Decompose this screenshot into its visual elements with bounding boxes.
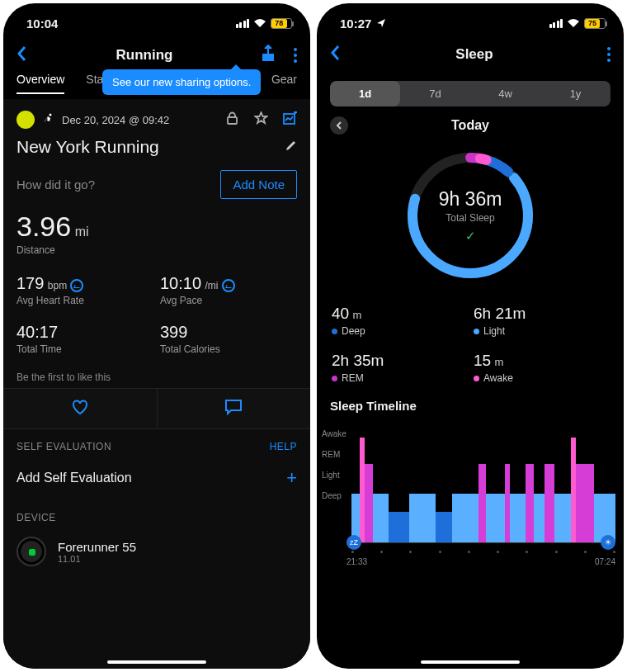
- wifi-icon: [253, 17, 266, 31]
- home-indicator[interactable]: [421, 660, 520, 664]
- device-row[interactable]: Forerunner 55 11.01: [3, 530, 310, 580]
- add-note-button[interactable]: Add Note: [220, 170, 297, 199]
- edit-icon[interactable]: [285, 140, 297, 155]
- note-prompt: How did it go?: [16, 177, 95, 192]
- svg-point-0: [50, 114, 52, 116]
- clock: 10:04: [26, 17, 58, 31]
- row-awake: Awake: [322, 429, 346, 438]
- row-deep: Deep: [322, 491, 346, 500]
- lock-icon[interactable]: [225, 111, 239, 128]
- status-bar: 10:04 78: [3, 3, 310, 36]
- cellular-icon: [236, 19, 250, 28]
- stat-awake: 15 m Awake: [474, 352, 609, 384]
- share-icon[interactable]: [261, 45, 276, 66]
- page-title: Sleep: [342, 46, 607, 63]
- seg-7d[interactable]: 7d: [400, 81, 470, 106]
- wifi-icon: [567, 17, 580, 31]
- like-prompt: Be the first to like this: [3, 363, 310, 388]
- activity-title: New York Running: [16, 137, 159, 157]
- sleep-screen: 10:27 75 Sleep 1d 7d 4w 1y Today: [317, 3, 624, 669]
- clock: 10:27: [340, 17, 371, 31]
- watch-icon: [16, 537, 46, 566]
- plus-icon: +: [286, 467, 297, 489]
- battery-icon: 78: [271, 18, 292, 29]
- add-self-eval-row[interactable]: Add Self Evaluation +: [3, 459, 310, 500]
- running-screen: 10:04 78 Running Overview Stats Gear See…: [3, 3, 310, 669]
- day-label: Today: [451, 118, 489, 133]
- sleep-end-badge: ☀: [601, 535, 615, 550]
- battery-icon: 75: [584, 18, 606, 29]
- tab-overview[interactable]: Overview: [16, 73, 64, 94]
- avatar[interactable]: [16, 111, 35, 129]
- pace-icon: [222, 279, 235, 292]
- timeline-start: 21:33: [346, 557, 367, 566]
- stat-heart-rate: 179 bpm Avg Heart Rate: [16, 274, 153, 306]
- comment-button[interactable]: [158, 389, 311, 428]
- row-light: Light: [322, 471, 346, 480]
- running-icon: [43, 113, 54, 126]
- home-indicator[interactable]: [107, 660, 206, 664]
- sleep-timeline-chart[interactable]: Awake REM Light Deep zZ ☀ 21:33 07:24: [322, 419, 615, 560]
- self-eval-header: SELF EVALUATION: [16, 441, 111, 452]
- social-bar: [3, 388, 310, 429]
- tab-gear[interactable]: Gear: [271, 73, 297, 94]
- status-bar: 10:27 75: [317, 3, 624, 36]
- stat-calories: 399 Total Calories: [160, 323, 297, 355]
- stat-deep: 40 m Deep: [332, 305, 467, 337]
- stat-time: 40:17 Total Time: [16, 323, 153, 355]
- stat-light: 6h 21m Light: [474, 305, 609, 337]
- location-icon: [376, 17, 386, 31]
- menu-icon[interactable]: [607, 47, 610, 62]
- sleep-ring: 9h 36m Total Sleep ✓: [317, 140, 624, 290]
- activity-meta: Dec 20, 2024 @ 09:42: [3, 99, 310, 134]
- distance-stat: 3.96 mi Distance: [3, 211, 310, 259]
- help-link[interactable]: HELP: [270, 441, 297, 452]
- back-button[interactable]: [330, 45, 342, 64]
- row-rem: REM: [322, 450, 346, 459]
- seg-4w[interactable]: 4w: [470, 81, 540, 106]
- heart-rate-icon: [70, 279, 83, 292]
- svg-rect-1: [228, 117, 237, 124]
- tab-bar: Overview Stats Gear See our new sharing …: [3, 73, 310, 99]
- total-sleep-value: 9h 36m: [439, 188, 502, 211]
- page-title: Running: [28, 47, 261, 64]
- star-icon[interactable]: [254, 111, 268, 128]
- share-tooltip[interactable]: See our new sharing options.: [102, 69, 261, 95]
- sleep-start-badge: zZ: [346, 535, 361, 550]
- back-button[interactable]: [16, 45, 28, 65]
- like-button[interactable]: [3, 389, 158, 428]
- activity-date: Dec 20, 2024 @ 09:42: [62, 114, 169, 126]
- range-segmented-control: 1d 7d 4w 1y: [330, 81, 610, 106]
- timeline-end: 07:24: [595, 557, 615, 566]
- nav-header: Sleep: [317, 36, 624, 71]
- add-photo-icon[interactable]: [283, 111, 297, 128]
- menu-icon[interactable]: [294, 48, 297, 63]
- prev-day-button[interactable]: [330, 116, 348, 135]
- timeline-title: Sleep Timeline: [317, 392, 624, 416]
- seg-1y[interactable]: 1y: [540, 81, 610, 106]
- total-sleep-label: Total Sleep: [446, 212, 494, 224]
- nav-header: Running: [3, 36, 310, 73]
- cellular-icon: [549, 19, 563, 28]
- seg-1d[interactable]: 1d: [330, 81, 400, 106]
- check-icon: ✓: [465, 229, 476, 244]
- device-header: DEVICE: [16, 512, 56, 523]
- stat-rem: 2h 35m REM: [332, 352, 467, 384]
- stat-pace: 10:10 /mi Avg Pace: [160, 274, 297, 306]
